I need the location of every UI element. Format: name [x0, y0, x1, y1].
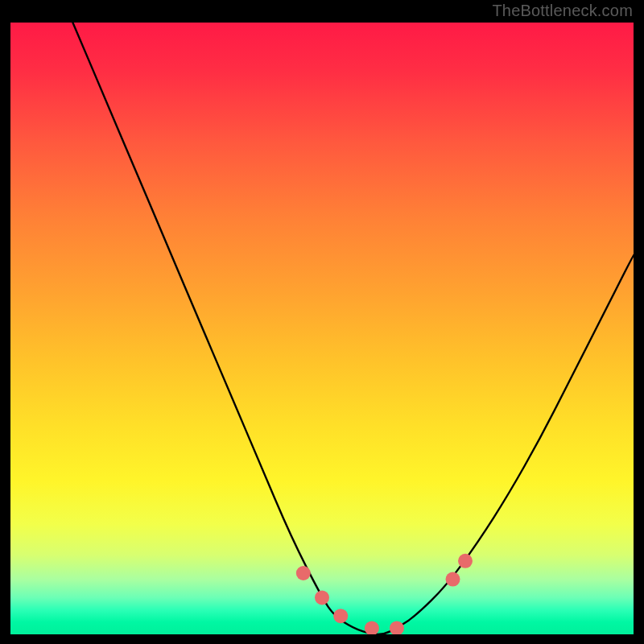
chart-svg	[10, 23, 634, 634]
plot-area	[10, 23, 634, 634]
marker-3	[333, 609, 348, 623]
bottleneck-curve	[72, 23, 634, 634]
marker-1	[296, 566, 311, 580]
curve-markers	[296, 554, 473, 634]
marker-7	[458, 554, 473, 568]
chart-frame: TheBottleneck.com	[0, 0, 644, 644]
watermark-text: TheBottleneck.com	[492, 2, 633, 20]
marker-5	[390, 621, 404, 634]
marker-6	[446, 572, 460, 587]
marker-4	[365, 621, 379, 634]
marker-2	[315, 590, 329, 605]
